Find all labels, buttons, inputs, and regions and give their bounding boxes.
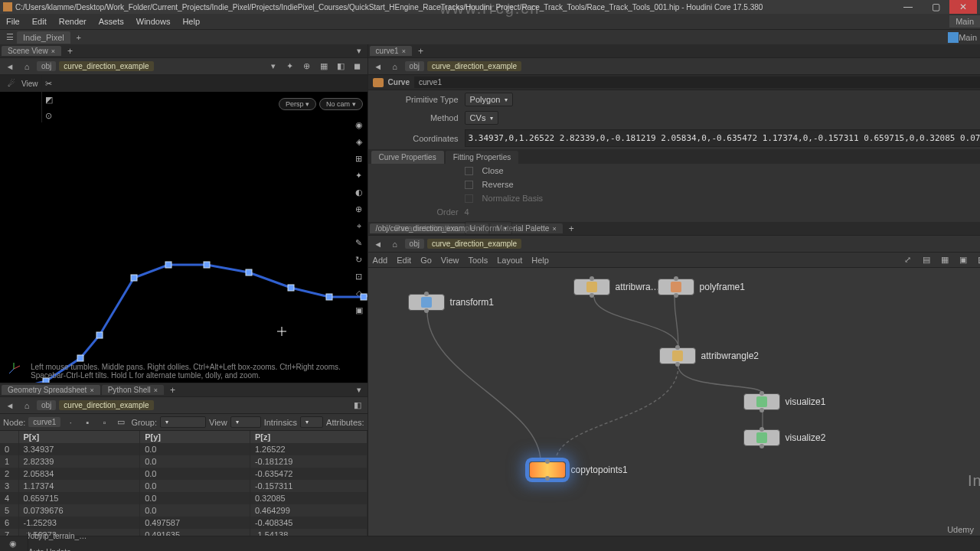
parm-method[interactable]: CVs	[465, 111, 499, 125]
shelf-main-label[interactable]: Main	[959, 33, 977, 42]
mode-prim-icon[interactable]: ▫	[97, 416, 111, 429]
close-icon[interactable]: ×	[402, 47, 406, 55]
net-menu-layout[interactable]: Layout	[497, 256, 522, 265]
menu-file[interactable]: File	[0, 15, 26, 28]
close-icon[interactable]: ×	[90, 386, 93, 394]
pane-add-icon[interactable]: +	[165, 385, 180, 396]
net-menu-add[interactable]: Add	[373, 256, 388, 265]
pane-add-icon[interactable]: +	[413, 46, 428, 57]
path-node[interactable]: curve_direction_example	[59, 400, 153, 410]
table-row[interactable]: 03.349370.01.26522	[0, 443, 367, 455]
maximize-button[interactable]: ▢	[922, 0, 949, 14]
node-visualize2[interactable]: visualize2	[743, 429, 826, 446]
pane-menu-icon[interactable]: ▾	[352, 383, 366, 397]
table-row[interactable]: 22.058340.0-0.635472	[0, 468, 367, 480]
pane-menu-icon[interactable]: ▾	[352, 44, 366, 58]
close-icon[interactable]: ×	[154, 386, 158, 394]
viewport-3d[interactable]: ☄ View ⟲ ✈ ✂ ◩ ⊙ Persp ▾ No cam ▾ ◉ ◈ ⊞ …	[0, 75, 368, 383]
menu-help[interactable]: Help	[176, 15, 206, 28]
checkbox-reverse[interactable]	[465, 181, 473, 189]
col-header[interactable]	[0, 431, 18, 443]
shelf-menu-icon[interactable]: ☰	[3, 31, 17, 44]
group-dropdown[interactable]	[160, 416, 206, 428]
spreadsheet[interactable]: P[x]P[y]P[z]03.349370.01.2652212.823390.…	[0, 431, 368, 536]
path-obj[interactable]: obj	[405, 61, 424, 71]
home-icon[interactable]: ⌂	[20, 60, 34, 73]
menu-edit[interactable]: Edit	[26, 15, 53, 28]
vp-tool-d[interactable]: ▦	[317, 60, 331, 73]
col-header[interactable]: P[y]	[140, 431, 250, 443]
minimize-button[interactable]: —	[894, 0, 922, 14]
back-icon[interactable]: ◄	[371, 237, 385, 251]
col-header[interactable]: P[z]	[250, 431, 367, 443]
vp-tool-c[interactable]: ⊕	[300, 60, 314, 73]
status-icon[interactable]: ◉	[6, 537, 20, 551]
back-icon[interactable]: ◄	[371, 60, 385, 73]
close-button[interactable]: ✕	[949, 0, 977, 14]
tab-geo-spreadsheet[interactable]: Geometry Spreadsheet×	[2, 385, 100, 395]
status-auto-update[interactable]: Auto Update	[28, 548, 974, 552]
network-editor[interactable]: Geometry transform1 attribwra… polyframe…	[368, 268, 980, 536]
parm-coords-field[interactable]: 3.34937,0,1.26522 2.82339,0,-0.181219 2.…	[465, 129, 980, 147]
path-node[interactable]: curve_direction_example	[427, 61, 521, 71]
pane-tab-sceneview[interactable]: Scene View ×	[2, 46, 61, 56]
home-icon[interactable]: ⌂	[388, 60, 402, 73]
intrinsics-dropdown[interactable]	[300, 416, 323, 428]
node-transform1[interactable]: transform1	[408, 294, 494, 311]
parm-param[interactable]: Uniform	[465, 221, 513, 235]
table-row[interactable]: 50.07396760.00.464299	[0, 504, 367, 517]
table-row[interactable]: 40.6597150.00.32085	[0, 492, 367, 504]
mode-vert-icon[interactable]: ▪	[80, 416, 94, 429]
mode-detail-icon[interactable]: ▭	[114, 416, 128, 429]
subtab-fitting-props[interactable]: Fitting Properties	[446, 151, 519, 164]
net-icon-3[interactable]: ▦	[938, 253, 952, 267]
net-menu-edit[interactable]: Edit	[397, 256, 411, 265]
node-polyframe1[interactable]: polyframe1	[658, 279, 745, 295]
path-obj[interactable]: obj	[37, 400, 56, 410]
path-obj[interactable]: obj	[37, 61, 56, 71]
view-dropdown[interactable]	[230, 416, 261, 428]
vp-tool-a[interactable]: ▾	[266, 60, 280, 73]
node-field[interactable]: curve1	[28, 417, 60, 427]
shelf-add[interactable]: +	[72, 31, 86, 44]
pane-tab-parm[interactable]: curve1×	[370, 46, 412, 56]
desktop-main[interactable]: Main	[949, 15, 980, 28]
shelf-tab[interactable]: Indie_Pixel	[17, 31, 70, 44]
home-icon[interactable]: ⌂	[20, 399, 34, 412]
parm-order[interactable]: 4	[465, 207, 469, 217]
path-node[interactable]: curve_direction_example	[59, 61, 153, 71]
menu-render[interactable]: Render	[53, 15, 93, 28]
menu-assets[interactable]: Assets	[93, 15, 130, 28]
close-icon[interactable]: ×	[51, 47, 55, 55]
vp-tool-b[interactable]: ✦	[283, 60, 297, 73]
parm-primtype[interactable]: Polygon	[465, 93, 514, 106]
path-node[interactable]: curve_direction_example	[427, 239, 521, 249]
menu-windows[interactable]: Windows	[130, 15, 177, 28]
subtab-curve-props[interactable]: Curve Properties	[371, 151, 444, 164]
node-visualize1[interactable]: visualize1	[743, 393, 826, 410]
back-icon[interactable]: ◄	[3, 399, 17, 412]
shelf-main-icon[interactable]	[948, 32, 959, 43]
pane-add-icon[interactable]: +	[63, 46, 77, 57]
node-copytopoints1[interactable]: copytopoints1	[529, 461, 628, 478]
sheet-tool[interactable]: ◧	[351, 399, 364, 412]
net-icon-5[interactable]: ▧	[975, 253, 980, 267]
node-name-field[interactable]: curve1	[414, 77, 980, 88]
net-menu-go[interactable]: Go	[420, 256, 432, 265]
net-menu-tools[interactable]: Tools	[469, 256, 488, 265]
net-menu-view[interactable]: View	[441, 256, 459, 265]
table-row[interactable]: 31.173740.0-0.157311	[0, 480, 367, 492]
table-row[interactable]: 6-1.252930.497587-0.408345	[0, 517, 367, 529]
path-obj[interactable]: obj	[405, 239, 424, 249]
checkbox-normalize[interactable]	[465, 194, 473, 203]
back-icon[interactable]: ◄	[3, 60, 17, 73]
table-row[interactable]: 12.823390.0-0.181219	[0, 455, 367, 468]
net-menu-help[interactable]: Help	[531, 256, 549, 265]
tab-python-shell[interactable]: Python Shell×	[102, 385, 164, 395]
node-attribwrangle2[interactable]: attribwrangle2	[659, 347, 759, 364]
net-icon-2[interactable]: ▤	[920, 253, 933, 267]
vp-tool-f[interactable]: ◼	[351, 60, 364, 73]
net-icon-1[interactable]: ⤢	[901, 253, 915, 267]
checkbox-close[interactable]	[465, 167, 473, 175]
net-icon-4[interactable]: ▣	[956, 253, 970, 267]
